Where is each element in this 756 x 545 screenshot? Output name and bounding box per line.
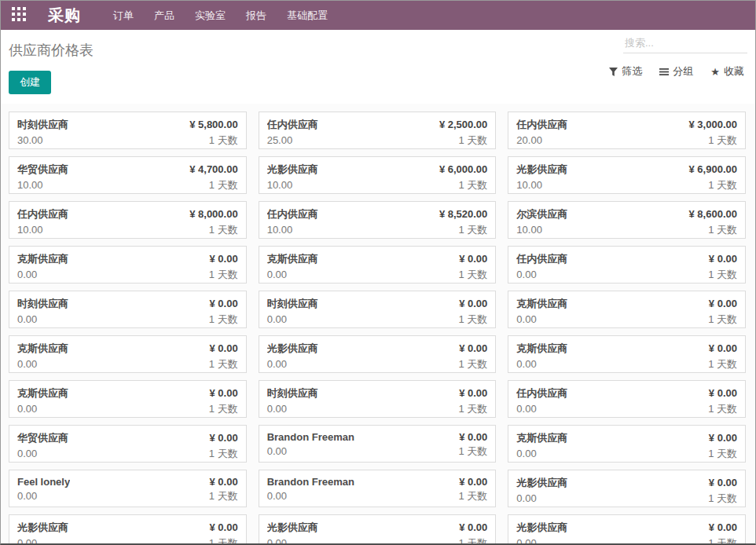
kanban-card[interactable]: 克斯供应商 ¥ 0.00 0.00 1 天数 bbox=[9, 335, 247, 373]
price-value: ¥ 0.00 bbox=[210, 298, 238, 309]
min-quantity: 20.00 bbox=[516, 134, 542, 146]
kanban-card[interactable]: 时刻供应商 ¥ 0.00 0.00 1 天数 bbox=[259, 380, 497, 418]
price-value: ¥ 0.00 bbox=[709, 253, 737, 265]
price-value: ¥ 3,000.00 bbox=[689, 119, 737, 130]
delivery-delay: 1 天数 bbox=[708, 357, 737, 371]
apps-menu-button[interactable] bbox=[1, 7, 37, 24]
price-value: ¥ 0.00 bbox=[709, 298, 737, 309]
min-quantity: 0.00 bbox=[516, 313, 536, 325]
min-quantity: 0.00 bbox=[17, 358, 37, 370]
kanban-card[interactable]: Feel lonely ¥ 0.00 0.00 1 天数 bbox=[9, 470, 247, 507]
kanban-card[interactable]: 时刻供应商 ¥ 0.00 0.00 1 天数 bbox=[259, 291, 497, 328]
group-by-list-icon bbox=[659, 68, 669, 76]
delivery-delay: 1 天数 bbox=[708, 178, 737, 192]
kanban-card[interactable]: 任内供应商 ¥ 0.00 0.00 1 天数 bbox=[508, 246, 746, 283]
price-value: ¥ 8,520.00 bbox=[439, 208, 487, 220]
kanban-card[interactable]: 克斯供应商 ¥ 0.00 0.00 1 天数 bbox=[9, 380, 247, 418]
vendor-name: 时刻供应商 bbox=[267, 386, 318, 401]
delivery-delay: 1 天数 bbox=[458, 357, 487, 371]
price-value: ¥ 0.00 bbox=[210, 476, 238, 488]
delivery-delay: 1 天数 bbox=[458, 489, 487, 503]
delivery-delay: 1 天数 bbox=[708, 223, 737, 237]
min-quantity: 25.00 bbox=[267, 134, 293, 146]
kanban-card[interactable]: Brandon Freeman ¥ 0.00 0.00 1 天数 bbox=[259, 470, 497, 507]
vendor-name: 克斯供应商 bbox=[17, 252, 68, 266]
kanban-card[interactable]: 光影供应商 ¥ 0.00 0.00 1 天数 bbox=[9, 514, 247, 543]
price-value: ¥ 6,900.00 bbox=[689, 163, 737, 175]
price-value: ¥ 0.00 bbox=[709, 521, 737, 533]
vendor-name: 克斯供应商 bbox=[516, 297, 567, 311]
delivery-delay: 1 天数 bbox=[458, 536, 487, 543]
kanban-card[interactable]: 克斯供应商 ¥ 0.00 0.00 1 天数 bbox=[9, 246, 247, 283]
vendor-name: 任内供应商 bbox=[17, 207, 68, 221]
kanban-card[interactable]: 光影供应商 ¥ 6,000.00 10.00 1 天数 bbox=[259, 156, 497, 194]
kanban-card[interactable]: 任内供应商 ¥ 3,000.00 20.00 1 天数 bbox=[508, 112, 746, 149]
kanban-card[interactable]: 光影供应商 ¥ 0.00 0.00 1 天数 bbox=[259, 514, 497, 543]
price-value: ¥ 0.00 bbox=[459, 342, 487, 354]
kanban-card[interactable]: 任内供应商 ¥ 8,520.00 10.00 1 天数 bbox=[259, 201, 497, 239]
min-quantity: 0.00 bbox=[516, 448, 536, 459]
min-quantity: 10.00 bbox=[17, 224, 43, 236]
vendor-name: 光影供应商 bbox=[267, 521, 318, 535]
price-value: ¥ 0.00 bbox=[709, 432, 737, 444]
kanban-card[interactable]: 光影供应商 ¥ 6,900.00 10.00 1 天数 bbox=[508, 156, 746, 194]
app-window: 采购 订单 产品 实验室 报告 基础配置 供应商价格表 创建 bbox=[0, 0, 756, 545]
kanban-card[interactable]: 尔滨供应商 ¥ 8,600.00 10.00 1 天数 bbox=[508, 201, 746, 239]
delivery-delay: 1 天数 bbox=[209, 178, 238, 192]
kanban-view: 时刻供应商 ¥ 5,800.00 30.00 1 天数 任内供应商 ¥ 2,50… bbox=[1, 104, 755, 543]
delivery-delay: 1 天数 bbox=[708, 447, 737, 461]
min-quantity: 0.00 bbox=[267, 358, 287, 370]
kanban-card[interactable]: 光影供应商 ¥ 0.00 0.00 1 天数 bbox=[259, 335, 497, 373]
app-title[interactable]: 采购 bbox=[48, 5, 81, 26]
delivery-delay: 1 天数 bbox=[458, 268, 487, 282]
price-value: ¥ 0.00 bbox=[459, 521, 487, 533]
delivery-delay: 1 天数 bbox=[458, 402, 487, 416]
kanban-card[interactable]: 时刻供应商 ¥ 0.00 0.00 1 天数 bbox=[9, 291, 247, 328]
delivery-delay: 1 天数 bbox=[708, 492, 737, 506]
min-quantity: 0.00 bbox=[17, 537, 37, 543]
delivery-delay: 1 天数 bbox=[708, 313, 737, 327]
vendor-name: 时刻供应商 bbox=[17, 297, 68, 311]
kanban-card[interactable]: 克斯供应商 ¥ 0.00 0.00 1 天数 bbox=[508, 335, 746, 373]
filters-button[interactable]: 筛选 bbox=[609, 64, 642, 79]
min-quantity: 0.00 bbox=[267, 445, 287, 457]
kanban-card[interactable]: 任内供应商 ¥ 8,000.00 10.00 1 天数 bbox=[9, 201, 247, 239]
kanban-card[interactable]: 时刻供应商 ¥ 5,800.00 30.00 1 天数 bbox=[9, 112, 247, 149]
delivery-delay: 1 天数 bbox=[209, 536, 238, 543]
min-quantity: 10.00 bbox=[267, 179, 293, 191]
delivery-delay: 1 天数 bbox=[209, 134, 238, 148]
kanban-card[interactable]: Brandon Freeman ¥ 0.00 0.00 1 天数 bbox=[259, 425, 497, 463]
vendor-name: 任内供应商 bbox=[267, 118, 318, 132]
kanban-card[interactable]: 克斯供应商 ¥ 0.00 0.00 1 天数 bbox=[508, 291, 746, 328]
kanban-card[interactable]: 任内供应商 ¥ 2,500.00 25.00 1 天数 bbox=[259, 112, 497, 149]
delivery-delay: 1 天数 bbox=[209, 268, 238, 282]
kanban-card[interactable]: 克斯供应商 ¥ 0.00 0.00 1 天数 bbox=[508, 425, 746, 463]
delivery-delay: 1 天数 bbox=[209, 402, 238, 416]
vendor-name: 任内供应商 bbox=[516, 118, 567, 132]
kanban-card[interactable]: 华贸供应商 ¥ 4,700.00 10.00 1 天数 bbox=[9, 156, 247, 194]
min-quantity: 0.00 bbox=[267, 490, 287, 502]
top-menu-item[interactable]: 报告 bbox=[236, 1, 277, 30]
favorites-button[interactable]: ★ 收藏 bbox=[710, 64, 744, 79]
min-quantity: 0.00 bbox=[516, 492, 536, 504]
min-quantity: 10.00 bbox=[516, 179, 542, 191]
kanban-card[interactable]: 光影供应商 ¥ 0.00 0.00 1 天数 bbox=[508, 514, 746, 543]
kanban-card[interactable]: 光影供应商 ¥ 0.00 0.00 1 天数 bbox=[508, 470, 746, 507]
price-value: ¥ 0.00 bbox=[210, 387, 238, 399]
top-navbar: 采购 订单 产品 实验室 报告 基础配置 bbox=[1, 1, 755, 30]
search-input[interactable] bbox=[623, 35, 747, 53]
price-value: ¥ 6,000.00 bbox=[439, 163, 487, 175]
kanban-card[interactable]: 任内供应商 ¥ 0.00 0.00 1 天数 bbox=[508, 380, 746, 418]
min-quantity: 0.00 bbox=[516, 269, 536, 280]
group-by-button[interactable]: 分组 bbox=[659, 64, 693, 79]
kanban-card[interactable]: 华贸供应商 ¥ 0.00 0.00 1 天数 bbox=[9, 425, 247, 463]
delivery-delay: 1 天数 bbox=[708, 536, 737, 543]
top-menu-item[interactable]: 订单 bbox=[103, 1, 144, 30]
top-menu-item[interactable]: 产品 bbox=[144, 1, 185, 30]
create-button[interactable]: 创建 bbox=[9, 71, 51, 94]
delivery-delay: 1 天数 bbox=[209, 447, 238, 461]
price-value: ¥ 0.00 bbox=[459, 387, 487, 399]
kanban-card[interactable]: 克斯供应商 ¥ 0.00 0.00 1 天数 bbox=[259, 246, 497, 283]
top-menu-item[interactable]: 实验室 bbox=[185, 1, 236, 30]
top-menu-item[interactable]: 基础配置 bbox=[277, 1, 338, 30]
